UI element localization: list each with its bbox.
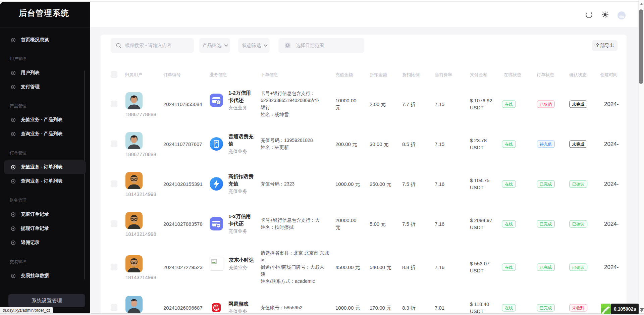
svg-text:¥: ¥ [216, 142, 217, 145]
